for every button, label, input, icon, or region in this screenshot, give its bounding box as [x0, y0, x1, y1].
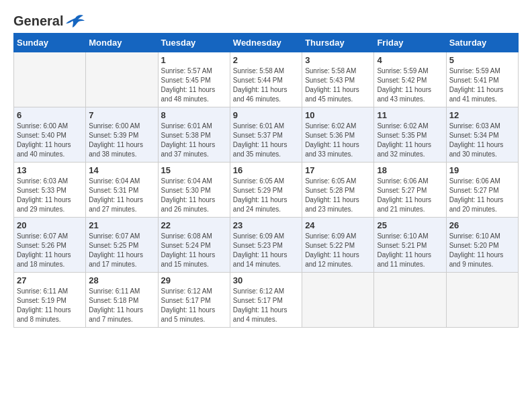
- calendar-day-11: 11Sunrise: 6:02 AM Sunset: 5:35 PM Dayli…: [374, 107, 446, 163]
- day-number: 16: [233, 165, 299, 175]
- day-number: 21: [89, 220, 154, 230]
- calendar-week-row: 13Sunrise: 6:03 AM Sunset: 5:33 PM Dayli…: [14, 163, 519, 218]
- day-info: Sunrise: 6:08 AM Sunset: 5:24 PM Dayligh…: [161, 232, 227, 269]
- day-info: Sunrise: 6:01 AM Sunset: 5:37 PM Dayligh…: [233, 122, 299, 159]
- day-number: 2: [233, 55, 299, 65]
- calendar-day-1: 1Sunrise: 5:57 AM Sunset: 5:45 PM Daylig…: [158, 52, 230, 107]
- calendar-empty-cell: [86, 52, 158, 107]
- calendar-day-15: 15Sunrise: 6:04 AM Sunset: 5:30 PM Dayli…: [158, 163, 230, 218]
- day-info: Sunrise: 6:07 AM Sunset: 5:26 PM Dayligh…: [17, 232, 83, 269]
- day-number: 9: [233, 110, 299, 120]
- calendar-day-5: 5Sunrise: 5:59 AM Sunset: 5:41 PM Daylig…: [446, 52, 518, 107]
- day-info: Sunrise: 6:09 AM Sunset: 5:22 PM Dayligh…: [305, 232, 371, 269]
- day-info: Sunrise: 6:04 AM Sunset: 5:30 PM Dayligh…: [161, 177, 227, 214]
- day-number: 4: [377, 55, 443, 65]
- day-number: 10: [305, 110, 371, 120]
- calendar-day-22: 22Sunrise: 6:08 AM Sunset: 5:24 PM Dayli…: [158, 218, 230, 273]
- day-number: 15: [161, 165, 227, 175]
- day-info: Sunrise: 6:00 AM Sunset: 5:39 PM Dayligh…: [89, 122, 154, 159]
- logo-general: General: [13, 13, 63, 29]
- day-info: Sunrise: 5:57 AM Sunset: 5:45 PM Dayligh…: [161, 66, 227, 104]
- calendar-day-3: 3Sunrise: 5:58 AM Sunset: 5:43 PM Daylig…: [302, 52, 374, 107]
- day-info: Sunrise: 6:07 AM Sunset: 5:25 PM Dayligh…: [89, 232, 154, 269]
- weekday-header-monday: Monday: [86, 34, 158, 52]
- calendar-day-28: 28Sunrise: 6:11 AM Sunset: 5:18 PM Dayli…: [86, 273, 158, 328]
- calendar-day-18: 18Sunrise: 6:06 AM Sunset: 5:27 PM Dayli…: [374, 163, 446, 218]
- day-info: Sunrise: 6:00 AM Sunset: 5:40 PM Dayligh…: [17, 122, 83, 159]
- calendar-day-12: 12Sunrise: 6:03 AM Sunset: 5:34 PM Dayli…: [446, 107, 518, 163]
- day-info: Sunrise: 6:02 AM Sunset: 5:36 PM Dayligh…: [305, 122, 371, 159]
- calendar-day-16: 16Sunrise: 6:05 AM Sunset: 5:29 PM Dayli…: [230, 163, 302, 218]
- calendar-day-29: 29Sunrise: 6:12 AM Sunset: 5:17 PM Dayli…: [158, 273, 230, 328]
- calendar-week-row: 27Sunrise: 6:11 AM Sunset: 5:19 PM Dayli…: [14, 273, 519, 328]
- day-number: 24: [305, 220, 371, 230]
- day-info: Sunrise: 6:02 AM Sunset: 5:35 PM Dayligh…: [377, 122, 443, 159]
- day-number: 29: [161, 275, 227, 285]
- page-header: General: [13, 13, 519, 26]
- calendar-day-9: 9Sunrise: 6:01 AM Sunset: 5:37 PM Daylig…: [230, 107, 302, 163]
- calendar-day-19: 19Sunrise: 6:06 AM Sunset: 5:27 PM Dayli…: [446, 163, 518, 218]
- calendar-header-row: SundayMondayTuesdayWednesdayThursdayFrid…: [14, 34, 519, 52]
- calendar-week-row: 20Sunrise: 6:07 AM Sunset: 5:26 PM Dayli…: [14, 218, 519, 273]
- calendar-day-13: 13Sunrise: 6:03 AM Sunset: 5:33 PM Dayli…: [14, 163, 86, 218]
- day-number: 30: [233, 275, 299, 285]
- calendar-day-20: 20Sunrise: 6:07 AM Sunset: 5:26 PM Dayli…: [14, 218, 86, 273]
- day-info: Sunrise: 6:12 AM Sunset: 5:17 PM Dayligh…: [233, 287, 299, 324]
- calendar-table: SundayMondayTuesdayWednesdayThursdayFrid…: [13, 33, 519, 328]
- day-number: 20: [17, 220, 83, 230]
- day-number: 18: [377, 165, 443, 175]
- day-number: 1: [161, 55, 227, 65]
- calendar-day-23: 23Sunrise: 6:09 AM Sunset: 5:23 PM Dayli…: [230, 218, 302, 273]
- calendar-day-8: 8Sunrise: 6:01 AM Sunset: 5:38 PM Daylig…: [158, 107, 230, 163]
- day-info: Sunrise: 5:58 AM Sunset: 5:44 PM Dayligh…: [233, 66, 299, 104]
- day-number: 19: [449, 165, 515, 175]
- calendar-week-row: 6Sunrise: 6:00 AM Sunset: 5:40 PM Daylig…: [14, 107, 519, 163]
- day-number: 28: [89, 275, 154, 285]
- day-info: Sunrise: 5:58 AM Sunset: 5:43 PM Dayligh…: [305, 66, 371, 104]
- logo-bird-icon: [66, 14, 85, 29]
- day-info: Sunrise: 6:11 AM Sunset: 5:18 PM Dayligh…: [89, 287, 154, 324]
- day-number: 14: [89, 165, 154, 175]
- day-number: 3: [305, 55, 371, 65]
- day-number: 11: [377, 110, 443, 120]
- day-info: Sunrise: 6:01 AM Sunset: 5:38 PM Dayligh…: [161, 122, 227, 159]
- weekday-header-sunday: Sunday: [14, 34, 86, 52]
- day-info: Sunrise: 6:10 AM Sunset: 5:21 PM Dayligh…: [377, 232, 443, 269]
- day-info: Sunrise: 6:09 AM Sunset: 5:23 PM Dayligh…: [233, 232, 299, 269]
- calendar-day-17: 17Sunrise: 6:05 AM Sunset: 5:28 PM Dayli…: [302, 163, 374, 218]
- calendar-day-27: 27Sunrise: 6:11 AM Sunset: 5:19 PM Dayli…: [14, 273, 86, 328]
- calendar-day-24: 24Sunrise: 6:09 AM Sunset: 5:22 PM Dayli…: [302, 218, 374, 273]
- weekday-header-tuesday: Tuesday: [158, 34, 230, 52]
- day-info: Sunrise: 6:11 AM Sunset: 5:19 PM Dayligh…: [17, 287, 83, 324]
- calendar-day-7: 7Sunrise: 6:00 AM Sunset: 5:39 PM Daylig…: [86, 107, 158, 163]
- logo: General: [13, 13, 85, 26]
- day-info: Sunrise: 6:05 AM Sunset: 5:29 PM Dayligh…: [233, 177, 299, 214]
- day-number: 12: [449, 110, 515, 120]
- day-number: 6: [17, 110, 83, 120]
- calendar-day-21: 21Sunrise: 6:07 AM Sunset: 5:25 PM Dayli…: [86, 218, 158, 273]
- weekday-header-thursday: Thursday: [302, 34, 374, 52]
- day-info: Sunrise: 6:05 AM Sunset: 5:28 PM Dayligh…: [305, 177, 371, 214]
- day-info: Sunrise: 6:06 AM Sunset: 5:27 PM Dayligh…: [449, 177, 515, 214]
- calendar-day-4: 4Sunrise: 5:59 AM Sunset: 5:42 PM Daylig…: [374, 52, 446, 107]
- day-info: Sunrise: 6:03 AM Sunset: 5:34 PM Dayligh…: [449, 122, 515, 159]
- calendar-day-30: 30Sunrise: 6:12 AM Sunset: 5:17 PM Dayli…: [230, 273, 302, 328]
- calendar-empty-cell: [302, 273, 374, 328]
- calendar-empty-cell: [446, 273, 518, 328]
- day-info: Sunrise: 6:06 AM Sunset: 5:27 PM Dayligh…: [377, 177, 443, 214]
- calendar-empty-cell: [374, 273, 446, 328]
- calendar-day-10: 10Sunrise: 6:02 AM Sunset: 5:36 PM Dayli…: [302, 107, 374, 163]
- day-info: Sunrise: 5:59 AM Sunset: 5:42 PM Dayligh…: [377, 66, 443, 104]
- day-info: Sunrise: 6:10 AM Sunset: 5:20 PM Dayligh…: [449, 232, 515, 269]
- day-number: 5: [449, 55, 515, 65]
- calendar-empty-cell: [14, 52, 86, 107]
- day-number: 23: [233, 220, 299, 230]
- calendar-week-row: 1Sunrise: 5:57 AM Sunset: 5:45 PM Daylig…: [14, 52, 519, 107]
- day-info: Sunrise: 6:12 AM Sunset: 5:17 PM Dayligh…: [161, 287, 227, 324]
- calendar-day-6: 6Sunrise: 6:00 AM Sunset: 5:40 PM Daylig…: [14, 107, 86, 163]
- day-info: Sunrise: 5:59 AM Sunset: 5:41 PM Dayligh…: [449, 66, 515, 104]
- weekday-header-saturday: Saturday: [446, 34, 518, 52]
- calendar-day-14: 14Sunrise: 6:04 AM Sunset: 5:31 PM Dayli…: [86, 163, 158, 218]
- calendar-day-25: 25Sunrise: 6:10 AM Sunset: 5:21 PM Dayli…: [374, 218, 446, 273]
- day-number: 8: [161, 110, 227, 120]
